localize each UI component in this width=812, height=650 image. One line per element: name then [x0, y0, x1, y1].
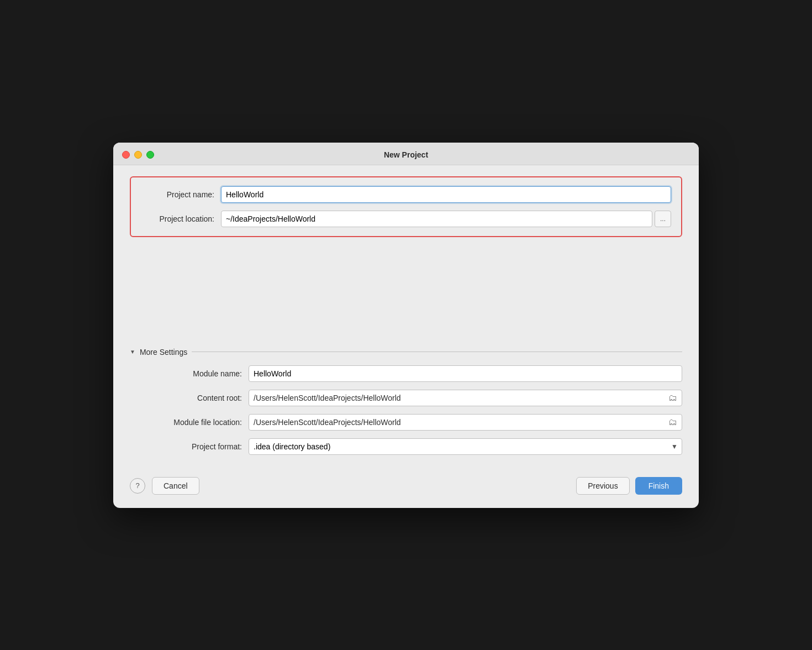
window-title: New Project — [384, 150, 428, 159]
module-name-row: Module name: — [141, 365, 682, 382]
module-file-location-input[interactable] — [254, 418, 666, 427]
new-project-dialog: New Project Project name: Project locati… — [113, 143, 699, 508]
footer: ? Cancel Previous Finish — [113, 468, 699, 508]
module-name-label: Module name: — [141, 369, 249, 378]
project-name-label: Project name: — [141, 190, 221, 199]
module-file-location-field: 🗂 — [249, 414, 682, 431]
folder-icon-2[interactable]: 🗂 — [668, 417, 677, 427]
previous-button[interactable]: Previous — [576, 477, 629, 495]
location-wrapper: ... — [221, 211, 671, 227]
content-root-field: 🗂 — [249, 390, 682, 406]
help-button[interactable]: ? — [130, 478, 145, 494]
project-name-row: Project name: — [141, 186, 671, 203]
settings-fields: Module name: Content root: 🗂 Module file… — [130, 365, 682, 455]
project-format-wrapper: .idea (directory based) .ipr (file based… — [249, 438, 682, 455]
titlebar: New Project — [113, 143, 699, 165]
module-file-location-row: Module file location: 🗂 — [141, 414, 682, 431]
module-name-input[interactable] — [249, 365, 682, 382]
more-settings-divider — [192, 352, 682, 352]
spacer — [130, 248, 682, 348]
footer-left: ? Cancel — [130, 477, 199, 495]
project-format-label: Project format: — [141, 442, 249, 451]
project-location-row: Project location: ... — [141, 211, 671, 227]
project-format-row: Project format: .idea (directory based) … — [141, 438, 682, 455]
project-format-select[interactable]: .idea (directory based) .ipr (file based… — [249, 438, 682, 455]
cancel-button[interactable]: Cancel — [152, 477, 199, 495]
module-file-location-label: Module file location: — [141, 418, 249, 427]
collapse-arrow-icon[interactable]: ▼ — [130, 349, 135, 355]
folder-icon[interactable]: 🗂 — [668, 393, 677, 403]
minimize-button[interactable] — [134, 151, 142, 159]
content-root-label: Content root: — [141, 394, 249, 402]
more-settings-section: ▼ More Settings Module name: Content roo… — [130, 348, 682, 455]
footer-right: Previous Finish — [576, 477, 682, 495]
browse-button[interactable]: ... — [655, 211, 671, 227]
content-root-input[interactable] — [254, 394, 666, 402]
project-location-input[interactable] — [221, 211, 652, 227]
finish-button[interactable]: Finish — [635, 477, 682, 495]
maximize-button[interactable] — [146, 151, 154, 159]
more-settings-label: More Settings — [140, 348, 187, 357]
close-button[interactable] — [122, 151, 130, 159]
traffic-lights — [122, 151, 154, 159]
content-root-row: Content root: 🗂 — [141, 390, 682, 406]
project-info-section: Project name: Project location: ... — [130, 176, 682, 237]
content-area: Project name: Project location: ... ▼ Mo… — [113, 165, 699, 468]
more-settings-header: ▼ More Settings — [130, 348, 682, 357]
project-location-label: Project location: — [141, 214, 221, 223]
project-name-input[interactable] — [221, 186, 671, 203]
